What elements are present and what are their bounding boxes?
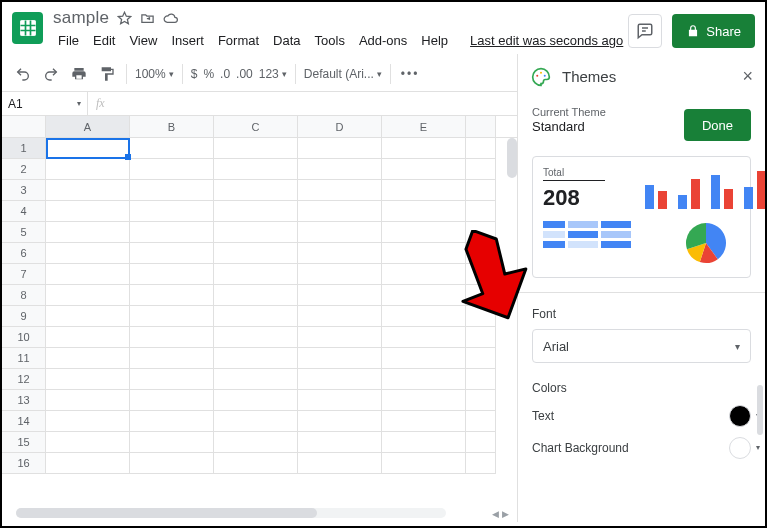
- cell[interactable]: [130, 348, 214, 369]
- row-header[interactable]: 15: [2, 432, 46, 453]
- cell[interactable]: [46, 243, 130, 264]
- cell[interactable]: [382, 138, 466, 159]
- grid-scrollbar-v-thumb[interactable]: [507, 138, 517, 178]
- cell[interactable]: [298, 411, 382, 432]
- cell[interactable]: [214, 159, 298, 180]
- cell[interactable]: [214, 432, 298, 453]
- cell[interactable]: [214, 285, 298, 306]
- cell[interactable]: [46, 285, 130, 306]
- cell[interactable]: [298, 432, 382, 453]
- row-header[interactable]: 8: [2, 285, 46, 306]
- panel-scrollbar-thumb[interactable]: [757, 385, 763, 435]
- cell[interactable]: [214, 327, 298, 348]
- cell[interactable]: [298, 159, 382, 180]
- cell[interactable]: [298, 222, 382, 243]
- sheets-logo[interactable]: [12, 12, 43, 44]
- close-icon[interactable]: ×: [742, 66, 753, 87]
- cell[interactable]: [298, 390, 382, 411]
- cell[interactable]: [382, 201, 466, 222]
- cell[interactable]: [298, 348, 382, 369]
- toolbar-more-button[interactable]: •••: [397, 67, 424, 81]
- cell[interactable]: [382, 327, 466, 348]
- cell[interactable]: [46, 264, 130, 285]
- comments-button[interactable]: [628, 14, 662, 48]
- cell[interactable]: [46, 201, 130, 222]
- grid-scrollbar-h-thumb[interactable]: [16, 508, 317, 518]
- percent-button[interactable]: %: [201, 67, 216, 81]
- cell[interactable]: [214, 243, 298, 264]
- cell[interactable]: [214, 411, 298, 432]
- cell[interactable]: [130, 453, 214, 474]
- cell[interactable]: [382, 453, 466, 474]
- cell[interactable]: [298, 138, 382, 159]
- color-text-swatch[interactable]: [729, 405, 751, 427]
- spreadsheet-grid[interactable]: A B C D E 12345678910111213141516 ◀ ▶: [2, 116, 517, 522]
- cell[interactable]: [130, 327, 214, 348]
- cell[interactable]: [214, 180, 298, 201]
- cell[interactable]: [214, 264, 298, 285]
- menu-view[interactable]: View: [124, 31, 162, 50]
- cell[interactable]: [382, 411, 466, 432]
- cell[interactable]: [466, 348, 496, 369]
- cell[interactable]: [466, 222, 496, 243]
- cell[interactable]: [382, 159, 466, 180]
- cell[interactable]: [298, 285, 382, 306]
- cell[interactable]: [130, 411, 214, 432]
- name-box[interactable]: A1: [2, 92, 88, 115]
- cell[interactable]: [214, 201, 298, 222]
- row-header[interactable]: 5: [2, 222, 46, 243]
- doc-title[interactable]: sample: [53, 8, 109, 28]
- more-formats-dropdown[interactable]: 123: [257, 67, 289, 81]
- menu-help[interactable]: Help: [416, 31, 453, 50]
- cell[interactable]: [46, 180, 130, 201]
- inc-decimal-button[interactable]: .00: [234, 67, 255, 81]
- row-header[interactable]: 10: [2, 327, 46, 348]
- cell[interactable]: [46, 390, 130, 411]
- print-button[interactable]: [66, 61, 92, 87]
- cell[interactable]: [466, 285, 496, 306]
- cell[interactable]: [466, 201, 496, 222]
- menu-tools[interactable]: Tools: [310, 31, 350, 50]
- cell[interactable]: [46, 327, 130, 348]
- col-header[interactable]: [466, 116, 496, 137]
- cell[interactable]: [298, 327, 382, 348]
- row-header[interactable]: 11: [2, 348, 46, 369]
- row-header[interactable]: 13: [2, 390, 46, 411]
- cell[interactable]: [214, 138, 298, 159]
- cell[interactable]: [382, 222, 466, 243]
- cell[interactable]: [214, 453, 298, 474]
- cell[interactable]: [382, 243, 466, 264]
- menu-format[interactable]: Format: [213, 31, 264, 50]
- cell[interactable]: [46, 369, 130, 390]
- cell[interactable]: [382, 432, 466, 453]
- menu-data[interactable]: Data: [268, 31, 305, 50]
- cell[interactable]: [382, 264, 466, 285]
- cell[interactable]: [214, 306, 298, 327]
- cell[interactable]: [382, 180, 466, 201]
- cell[interactable]: [298, 201, 382, 222]
- sheet-nav-right-icon[interactable]: ▶: [502, 509, 509, 519]
- cell[interactable]: [382, 369, 466, 390]
- move-folder-icon[interactable]: [140, 11, 155, 26]
- theme-preview-card[interactable]: Total 208: [532, 156, 751, 278]
- cell[interactable]: [298, 369, 382, 390]
- cell[interactable]: [466, 159, 496, 180]
- cell[interactable]: [466, 327, 496, 348]
- cell[interactable]: [466, 432, 496, 453]
- cell[interactable]: [466, 453, 496, 474]
- cell[interactable]: [382, 390, 466, 411]
- cell[interactable]: [382, 348, 466, 369]
- cell[interactable]: [130, 264, 214, 285]
- row-header[interactable]: 4: [2, 201, 46, 222]
- row-header[interactable]: 9: [2, 306, 46, 327]
- cell[interactable]: [466, 411, 496, 432]
- color-chartbg-swatch[interactable]: [729, 437, 751, 459]
- currency-button[interactable]: $: [189, 67, 200, 81]
- grid-scrollbar-h[interactable]: [16, 508, 446, 518]
- cell[interactable]: [214, 348, 298, 369]
- cell[interactable]: [298, 243, 382, 264]
- cell[interactable]: [466, 138, 496, 159]
- share-button[interactable]: Share: [672, 14, 755, 48]
- col-header[interactable]: B: [130, 116, 214, 137]
- cell[interactable]: [214, 369, 298, 390]
